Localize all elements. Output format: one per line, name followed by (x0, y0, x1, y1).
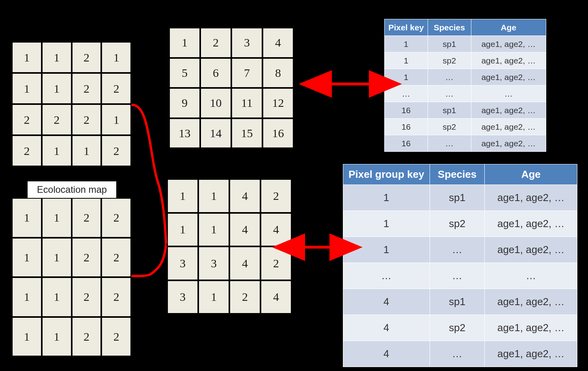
table-cell: 1 (343, 185, 430, 211)
grid-cell: 3 (198, 246, 229, 280)
table-cell: sp1 (428, 36, 471, 52)
table-cell: 1 (385, 52, 428, 69)
table-row: 1sp1age1, age2, … (343, 185, 577, 211)
grid-cell: 1 (42, 238, 72, 278)
grid-cell: 1 (101, 104, 131, 135)
table-row: 16sp2age1, age2, … (385, 119, 546, 135)
grid-cell: 4 (229, 213, 261, 247)
grid-cell: 1 (42, 198, 72, 238)
table-cell: … (430, 263, 485, 289)
table-cell: … (428, 69, 471, 86)
table-cell: 1 (385, 36, 428, 52)
table-cell: sp2 (430, 315, 485, 341)
grid-cell: 4 (229, 246, 261, 280)
table-pixel-key: Pixel key Species Age 1sp1age1, age2, …1… (384, 19, 546, 152)
grid-cell: 1 (12, 42, 42, 73)
table-row: 1sp2age1, age2, … (343, 211, 577, 237)
grid-cell: 12 (262, 88, 294, 118)
table-cell: age1, age2, … (471, 36, 546, 52)
table-cell: age1, age2, … (485, 289, 577, 315)
table-cell: 4 (343, 341, 430, 367)
grid-cell: 1 (12, 73, 42, 104)
grid-cell: 5 (169, 58, 200, 88)
table-cell: age1, age2, … (485, 315, 577, 341)
table-cell: age1, age2, … (485, 185, 577, 211)
table-cell: 1 (343, 237, 430, 263)
table-cell: … (471, 86, 546, 102)
grid-cell: 3 (167, 246, 198, 280)
table-cell: … (343, 263, 430, 289)
th: Pixel key (385, 19, 428, 36)
table-row: 1sp2age1, age2, … (385, 52, 546, 69)
table-row: 1…age1, age2, … (385, 69, 546, 86)
grid-cell: 1 (42, 135, 72, 166)
table-cell: sp2 (428, 119, 471, 135)
table-cell: 4 (343, 315, 430, 341)
table-cell: age1, age2, … (471, 135, 546, 152)
table-pixel-group-key: Pixel group key Species Age 1sp1age1, ag… (343, 164, 577, 367)
grid-cell: 2 (200, 28, 231, 58)
grid-cell: 11 (231, 88, 262, 118)
table-cell: sp2 (428, 52, 471, 69)
table-cell: … (428, 135, 471, 152)
table-row: 16sp1age1, age2, … (385, 102, 546, 119)
table-cell: age1, age2, … (485, 237, 577, 263)
grid-cell: 2 (101, 277, 131, 317)
grid-cell: 8 (262, 58, 294, 88)
table-cell: … (430, 341, 485, 367)
table-cell: … (428, 86, 471, 102)
grid-cell: 2 (72, 277, 102, 317)
table-cell: 16 (385, 102, 428, 119)
table-row: ……… (385, 86, 546, 102)
grid-cell: 1 (101, 42, 131, 73)
grid-cell: 1 (198, 179, 229, 213)
table-cell: sp1 (430, 185, 485, 211)
grid-cell: 1 (42, 73, 72, 104)
grid-cell: 6 (200, 58, 231, 88)
grid-cell: 1 (167, 179, 198, 213)
th: Age (471, 19, 546, 36)
grid-cell: 2 (42, 104, 72, 135)
grid-cell: 4 (261, 213, 292, 247)
grid-cell: 1 (42, 42, 72, 73)
grid-cell: 14 (200, 118, 231, 149)
grid-cell: 2 (101, 238, 131, 278)
label-ecolocation: Ecolocation map (28, 181, 116, 198)
table-cell: … (430, 237, 485, 263)
grid-cell: 3 (231, 28, 262, 58)
grid-top-left: 1121112222212112 (11, 41, 132, 167)
table-cell: 1 (385, 69, 428, 86)
grid-cell: 10 (200, 88, 231, 118)
grid-cell: 1 (12, 317, 42, 357)
grid-cell: 1 (12, 198, 42, 238)
grid-cell: 1 (42, 317, 72, 357)
table-row: 16…age1, age2, … (385, 135, 546, 152)
table-cell: age1, age2, … (485, 341, 577, 367)
grid-cell: 4 (229, 179, 261, 213)
table-cell: … (485, 263, 577, 289)
grid-cell: 16 (262, 118, 294, 149)
grid-cell: 1 (198, 280, 229, 314)
grid-cell: 2 (72, 73, 102, 104)
table-row: 4sp1age1, age2, … (343, 289, 577, 315)
grid-cell: 3 (167, 280, 198, 314)
grid-cell: 1 (42, 277, 72, 317)
table-cell: sp1 (430, 289, 485, 315)
grid-cell: 2 (101, 317, 131, 357)
table-cell: sp1 (428, 102, 471, 119)
grid-cell: 2 (72, 104, 102, 135)
table-cell: age1, age2, … (471, 119, 546, 135)
table-row: 4…age1, age2, … (343, 341, 577, 367)
table-row: 4sp2age1, age2, … (343, 315, 577, 341)
grid-cell: 4 (262, 28, 294, 58)
grid-cell: 2 (101, 198, 131, 238)
grid-bottom-mid: 1142114433423124 (166, 178, 292, 315)
grid-cell: 1 (198, 213, 229, 247)
table-cell: 1 (343, 211, 430, 237)
table-cell: … (385, 86, 428, 102)
grid-cell: 4 (261, 280, 292, 314)
grid-cell: 1 (12, 238, 42, 278)
grid-cell: 2 (101, 73, 131, 104)
grid-top-mid: 12345678910111213141516 (168, 27, 294, 149)
grid-cell: 2 (12, 104, 42, 135)
